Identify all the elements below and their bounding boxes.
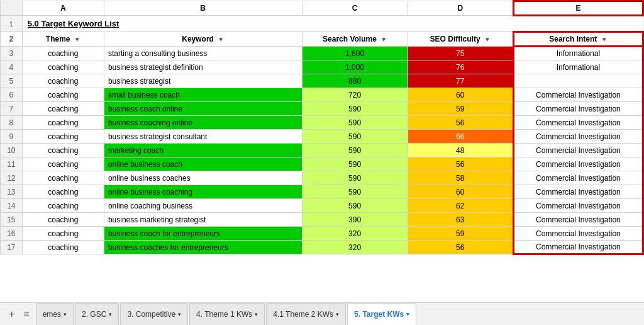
difficulty-cell: 60 bbox=[408, 185, 513, 199]
table-row: 12 coaching online business coaches 590 … bbox=[1, 171, 643, 185]
intent-cell: Commercial Investigation bbox=[513, 144, 643, 157]
volume-cell: 880 bbox=[302, 74, 408, 88]
intent-sort-icon[interactable]: ▼ bbox=[601, 36, 608, 43]
col-header-a[interactable]: A bbox=[22, 1, 104, 16]
theme-cell: coaching bbox=[22, 171, 104, 185]
tab-target[interactable]: 5. Target KWs▾ bbox=[347, 303, 416, 325]
difficulty-sort-icon[interactable]: ▼ bbox=[484, 36, 491, 43]
keyword-sort-icon[interactable]: ▼ bbox=[218, 36, 224, 43]
intent-cell: Commercial Investigation bbox=[513, 88, 643, 102]
row-num-8: 8 bbox=[1, 116, 23, 130]
theme-cell: coaching bbox=[22, 88, 104, 102]
col-header-d[interactable]: D bbox=[408, 1, 513, 16]
tab-arrow-icon: ▾ bbox=[109, 311, 112, 317]
intent-cell: Commercial Investigation bbox=[513, 213, 643, 227]
intent-cell: Informational bbox=[513, 60, 643, 74]
row-num-11: 11 bbox=[1, 157, 23, 171]
volume-sort-icon[interactable]: ▼ bbox=[380, 36, 387, 43]
table-row: 15 coaching business marketing strategis… bbox=[1, 213, 643, 227]
intent-cell: Commercial Investigation bbox=[513, 241, 643, 254]
intent-cell: Commercial Investigation bbox=[513, 157, 643, 171]
keyword-cell: business coach for entrepreneurs bbox=[104, 227, 302, 241]
volume-cell: 590 bbox=[302, 199, 408, 213]
theme-cell: coaching bbox=[22, 130, 104, 144]
table-row: 5 coaching business strategist 880 77 bbox=[1, 74, 643, 88]
keyword-cell: business coaching online bbox=[104, 116, 302, 130]
theme-cell: coaching bbox=[22, 47, 104, 60]
volume-cell: 320 bbox=[302, 241, 408, 254]
tab-gsc[interactable]: 2. GSC▾ bbox=[75, 303, 119, 325]
tab-arrow-icon: ▾ bbox=[406, 311, 409, 317]
difficulty-cell: 59 bbox=[408, 227, 513, 241]
table-area: A B C D E 1 5.0 Target Keyword List 2 T bbox=[0, 0, 644, 302]
col-header-c[interactable]: C bbox=[302, 1, 408, 16]
difficulty-cell: 56 bbox=[408, 157, 513, 171]
tab-label: 4. Theme 1 KWs bbox=[196, 310, 252, 319]
col-header-b[interactable]: B bbox=[104, 1, 302, 16]
row-num-6: 6 bbox=[1, 88, 23, 102]
table-row: 10 coaching marketing coach 590 48 Comme… bbox=[1, 144, 643, 157]
col-keyword-header[interactable]: Keyword ▼ bbox=[104, 32, 302, 47]
table-row: 3 coaching starting a consulting busines… bbox=[1, 47, 643, 60]
tab-label: 3. Competitive bbox=[127, 310, 175, 319]
volume-cell: 1,000 bbox=[302, 60, 408, 74]
volume-cell: 720 bbox=[302, 88, 408, 102]
theme-cell: coaching bbox=[22, 60, 104, 74]
table-row: 14 coaching online coaching business 590… bbox=[1, 199, 643, 213]
col-theme-header[interactable]: Theme ▼ bbox=[22, 32, 104, 47]
table-row: 9 coaching business strategist consultan… bbox=[1, 130, 643, 144]
keyword-cell: online business coaching bbox=[104, 185, 302, 199]
tab-themes[interactable]: emes▾ bbox=[36, 303, 74, 325]
difficulty-cell: 75 bbox=[408, 47, 513, 60]
corner-cell bbox=[1, 1, 23, 16]
intent-cell: Commercial Investigation bbox=[513, 227, 643, 241]
tab-label: emes bbox=[43, 310, 61, 319]
keyword-cell: business strategist bbox=[104, 74, 302, 88]
spreadsheet: A B C D E 1 5.0 Target Keyword List 2 T bbox=[0, 0, 644, 325]
row-num-3: 3 bbox=[1, 47, 23, 60]
tab-theme2[interactable]: 4.1 Theme 2 KWs▾ bbox=[266, 303, 346, 325]
tab-label: 2. GSC bbox=[82, 310, 106, 319]
spreadsheet-title: 5.0 Target Keyword List bbox=[22, 16, 643, 32]
difficulty-cell: 59 bbox=[408, 102, 513, 116]
volume-cell: 590 bbox=[302, 130, 408, 144]
col-intent-header[interactable]: Search Intent ▼ bbox=[513, 32, 643, 47]
theme-cell: coaching bbox=[22, 185, 104, 199]
intent-cell: Commercial Investigation bbox=[513, 171, 643, 185]
difficulty-cell: 66 bbox=[408, 130, 513, 144]
tab-arrow-icon: ▾ bbox=[255, 311, 258, 317]
sheet-menu-button[interactable]: ≡ bbox=[21, 306, 31, 322]
row-num-7: 7 bbox=[1, 102, 23, 116]
add-sheet-button[interactable]: + bbox=[6, 306, 17, 322]
keyword-cell: small business coach bbox=[104, 88, 302, 102]
row-num-2: 2 bbox=[1, 32, 23, 47]
intent-cell: Commercial Investigation bbox=[513, 102, 643, 116]
keyword-cell: business coaches for entrepreneurs bbox=[104, 241, 302, 254]
tab-competitive[interactable]: 3. Competitive▾ bbox=[120, 303, 188, 325]
tab-theme1[interactable]: 4. Theme 1 KWs▾ bbox=[189, 303, 265, 325]
row-num-14: 14 bbox=[1, 199, 23, 213]
tab-arrow-icon: ▾ bbox=[64, 311, 67, 317]
keyword-cell: online business coach bbox=[104, 157, 302, 171]
row-num-9: 9 bbox=[1, 130, 23, 144]
volume-cell: 1,600 bbox=[302, 47, 408, 60]
col-volume-header[interactable]: Search Volume ▼ bbox=[302, 32, 408, 47]
col-difficulty-header[interactable]: SEO Difficulty ▼ bbox=[408, 32, 513, 47]
theme-cell: coaching bbox=[22, 116, 104, 130]
col-header-e[interactable]: E bbox=[513, 1, 643, 16]
theme-cell: coaching bbox=[22, 144, 104, 157]
difficulty-cell: 60 bbox=[408, 88, 513, 102]
table-row: 13 coaching online business coaching 590… bbox=[1, 185, 643, 199]
volume-cell: 590 bbox=[302, 102, 408, 116]
theme-cell: coaching bbox=[22, 241, 104, 254]
keyword-cell: business marketing strategist bbox=[104, 213, 302, 227]
keyword-cell: online business coaches bbox=[104, 171, 302, 185]
difficulty-cell: 48 bbox=[408, 144, 513, 157]
intent-cell bbox=[513, 74, 643, 88]
row-num-4: 4 bbox=[1, 60, 23, 74]
theme-sort-icon[interactable]: ▼ bbox=[74, 36, 80, 43]
difficulty-cell: 76 bbox=[408, 60, 513, 74]
intent-cell: Commercial Investigation bbox=[513, 185, 643, 199]
keyword-cell: starting a consulting business bbox=[104, 47, 302, 60]
volume-cell: 320 bbox=[302, 227, 408, 241]
